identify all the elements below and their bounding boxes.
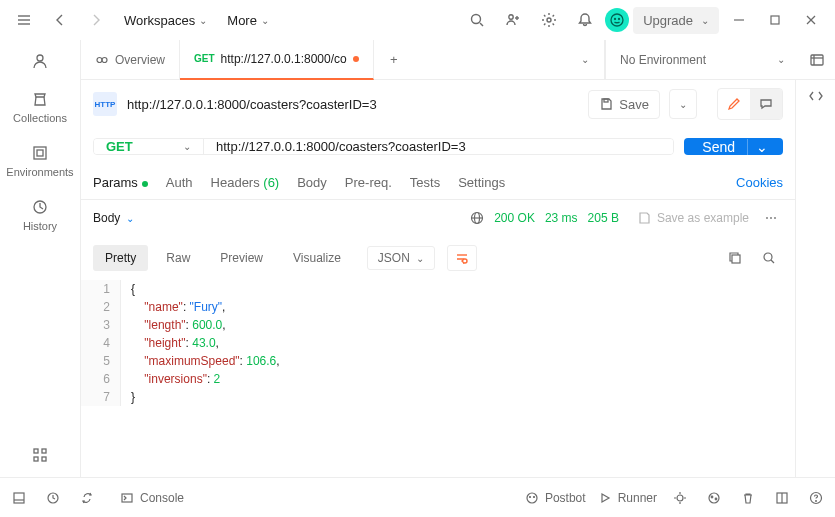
svg-rect-22 [34,457,38,461]
search-response-icon[interactable] [755,242,783,274]
hamburger-icon[interactable] [8,4,40,36]
active-indicator [142,181,148,187]
back-icon[interactable] [44,4,76,36]
chevron-down-icon: ⌄ [199,15,207,26]
maximize-icon[interactable] [759,4,791,36]
upgrade-button[interactable]: Upgrade⌄ [633,7,719,34]
svg-rect-34 [732,255,740,263]
workspaces-menu[interactable]: Workspaces⌄ [116,7,215,34]
svg-point-48 [715,498,717,500]
svg-point-42 [529,496,530,497]
more-menu[interactable]: More⌄ [219,7,277,34]
svg-point-35 [764,253,772,261]
url-input[interactable] [204,139,673,154]
footer-cookies-icon[interactable] [703,482,725,514]
env-label: No Environment [620,53,706,67]
send-dropdown[interactable]: ⌄ [747,139,765,155]
svg-point-46 [709,493,719,503]
footer-help-icon[interactable] [805,482,827,514]
tab-overview[interactable]: Overview [81,40,180,80]
sidebar-item-environments[interactable]: Environments [2,140,77,182]
line-gutter: 1234567 [81,280,121,406]
cookies-link[interactable]: Cookies [736,175,783,190]
environment-selector[interactable]: No Environment⌄ [606,53,799,67]
status-code: 200 OK [494,211,535,225]
reqtab-prereq[interactable]: Pre-req. [345,175,392,190]
send-button[interactable]: Send⌄ [684,138,783,155]
reqtab-settings[interactable]: Settings [458,175,505,190]
reqtab-tests[interactable]: Tests [410,175,440,190]
postbot-button[interactable]: Postbot [525,491,586,505]
minimize-icon[interactable] [723,4,755,36]
tab-method: GET [194,53,215,64]
footer-sync-icon[interactable] [76,482,98,514]
svg-rect-37 [14,493,24,503]
svg-point-25 [102,57,107,62]
globe-icon[interactable] [470,211,484,225]
sidebar-item-label: Environments [6,166,73,178]
svg-point-16 [37,55,43,61]
sidebar-item-profile[interactable] [27,48,53,74]
response-size: 205 B [588,211,619,225]
runner-button[interactable]: Runner [598,491,657,505]
console-button[interactable]: Console [120,491,184,505]
env-quicklook-icon[interactable] [799,44,835,76]
svg-rect-17 [34,147,46,159]
edit-icon[interactable] [718,89,750,119]
sidebar-item-label: History [23,220,57,232]
close-icon[interactable] [795,4,827,36]
svg-line-4 [480,23,483,26]
response-body-selector[interactable]: Body⌄ [93,211,134,225]
save-label: Save [619,97,649,112]
footer-layout-icon[interactable] [771,482,793,514]
viewtab-visualize[interactable]: Visualize [281,245,353,271]
svg-point-43 [533,496,534,497]
reqtab-headers[interactable]: Headers (6) [211,175,280,190]
svg-point-5 [509,15,513,19]
viewtab-pretty[interactable]: Pretty [93,245,148,271]
new-tab-button[interactable]: + [374,52,414,67]
sidebar-item-apps[interactable] [28,443,52,467]
viewtab-raw[interactable]: Raw [154,245,202,271]
footer-trash-icon[interactable] [737,482,759,514]
chevron-down-icon: ⌄ [183,141,191,152]
footer-capture-icon[interactable] [669,482,691,514]
svg-point-47 [711,496,713,498]
chevron-down-icon: ⌄ [777,54,785,65]
save-button[interactable]: Save [588,90,660,119]
settings-icon[interactable] [533,4,565,36]
forward-icon[interactable] [80,4,112,36]
code-panel-icon[interactable] [808,88,824,104]
reqtab-auth[interactable]: Auth [166,175,193,190]
tab-request[interactable]: GEThttp://127.0.0.1:8000/co [180,40,374,80]
avatar[interactable] [605,8,629,32]
svg-marker-44 [602,494,609,502]
more-icon[interactable]: ⋯ [759,202,783,234]
copy-icon[interactable] [721,242,749,274]
chevron-down-icon: ⌄ [701,15,709,26]
tabs-dropdown[interactable]: ⌄ [565,40,605,80]
comment-icon[interactable] [750,89,782,119]
wrap-lines-icon[interactable] [447,245,477,271]
invite-icon[interactable] [497,4,529,36]
save-example-button[interactable]: Save as example [637,211,749,225]
response-body[interactable]: 1234567 { "name": "Fury", "length": 600.… [81,280,795,406]
reqtab-params[interactable]: Params [93,175,148,190]
search-icon[interactable] [461,4,493,36]
unsaved-indicator [353,56,359,62]
svg-point-10 [615,19,616,20]
method-selector[interactable]: GET⌄ [94,139,204,154]
notification-icon[interactable] [569,4,601,36]
save-dropdown[interactable]: ⌄ [669,89,697,119]
response-time: 23 ms [545,211,578,225]
svg-rect-23 [42,457,46,461]
reqtab-body[interactable]: Body [297,175,327,190]
viewtab-preview[interactable]: Preview [208,245,275,271]
sidebar-item-history[interactable]: History [19,194,61,236]
sidebar-item-collections[interactable]: Collections [9,86,71,128]
workspaces-label: Workspaces [124,13,195,28]
footer-panel-icon[interactable] [8,482,30,514]
format-selector[interactable]: JSON⌄ [367,246,435,270]
svg-point-3 [472,15,481,24]
footer-find-icon[interactable] [42,482,64,514]
